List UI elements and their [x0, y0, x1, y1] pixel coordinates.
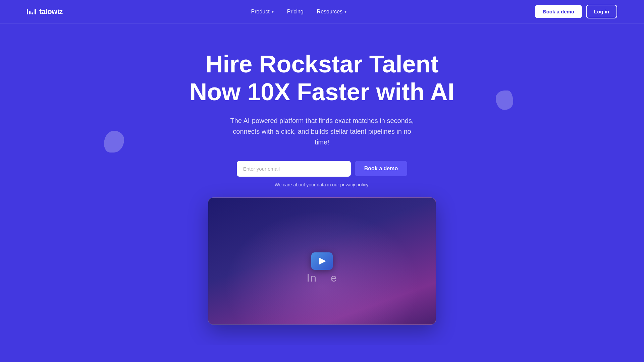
- product-chevron-icon: ▾: [272, 9, 274, 14]
- hero-book-demo-button[interactable]: Book a demo: [355, 161, 407, 176]
- nav-pricing-label: Pricing: [287, 9, 304, 15]
- hero-headline-line2: Now 10X Faster with AI: [190, 78, 454, 105]
- play-button[interactable]: [311, 252, 333, 270]
- privacy-text-prefix: We care about your data in our: [275, 182, 340, 187]
- logo-bar-3: [32, 12, 33, 14]
- nav-product[interactable]: Product ▾: [251, 9, 274, 15]
- navbar: talowiz Product ▾ Pricing Resources ▾ Bo…: [0, 0, 644, 23]
- nav-product-label: Product: [251, 9, 270, 15]
- brand-logo[interactable]: talowiz: [27, 7, 63, 16]
- resources-chevron-icon: ▾: [344, 9, 346, 14]
- nav-resources[interactable]: Resources ▾: [317, 9, 346, 15]
- blob-right-decoration: [496, 90, 513, 110]
- privacy-notice: We care about your data in our privacy p…: [275, 182, 370, 187]
- video-text-overlay: In e: [307, 272, 337, 284]
- logo-bar-2: [29, 11, 31, 14]
- logo-text: talowiz: [39, 7, 63, 16]
- hero-section: Hire Rockstar Talent Now 10X Faster with…: [0, 23, 644, 345]
- blob-left-decoration: [104, 131, 124, 153]
- logo-bar-4: [35, 9, 36, 14]
- nav-resources-label: Resources: [317, 9, 342, 15]
- privacy-policy-link[interactable]: privacy policy: [340, 182, 368, 187]
- hero-subtitle: The AI-powered platform that finds exact…: [225, 115, 419, 147]
- email-input[interactable]: [237, 161, 351, 177]
- nav-pricing[interactable]: Pricing: [287, 9, 304, 15]
- hero-headline: Hire Rockstar Talent Now 10X Faster with…: [190, 50, 454, 106]
- nav-book-demo-button[interactable]: Book a demo: [535, 5, 582, 18]
- logo-icon: [27, 9, 36, 14]
- nav-center: Product ▾ Pricing Resources ▾: [251, 9, 347, 15]
- hero-headline-line1: Hire Rockstar Talent: [206, 51, 439, 77]
- nav-login-button[interactable]: Log in: [586, 5, 617, 18]
- logo-bar-1: [27, 9, 28, 14]
- play-icon: [319, 258, 326, 264]
- privacy-period: .: [368, 182, 369, 187]
- email-form: Book a demo: [237, 161, 407, 177]
- nav-right: Book a demo Log in: [535, 5, 617, 18]
- video-player[interactable]: In e: [208, 197, 436, 325]
